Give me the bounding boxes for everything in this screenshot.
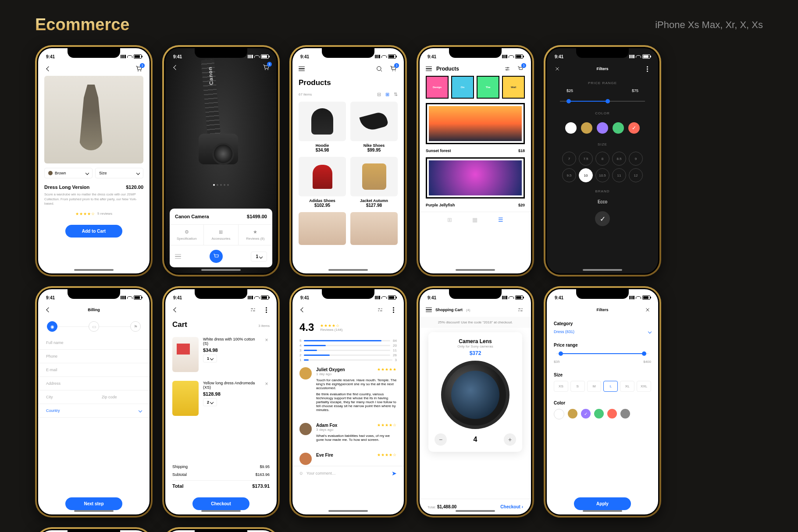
decrement-button[interactable]: − xyxy=(435,433,447,446)
filter-button[interactable] xyxy=(249,305,257,314)
layout-list-icon[interactable]: ☰ xyxy=(498,216,503,223)
cart-count: (4) xyxy=(466,308,470,312)
mockup-filters-dark: 9:41 Filters PRICE RANGE $25$75 COLOR ✓ … xyxy=(544,45,661,277)
size-options[interactable]: XSSMLXLXXL xyxy=(554,381,651,392)
product-card[interactable]: Nike Shoes$99.95 xyxy=(350,102,398,153)
cart-button[interactable]: 3 xyxy=(516,64,525,73)
product-description: Score a wardrobe win no matter the dress… xyxy=(38,192,150,207)
rating-stars: ★★★★☆ xyxy=(75,212,95,216)
cart-button[interactable]: 3 xyxy=(262,63,271,72)
product-name: Camera Lens xyxy=(435,338,516,344)
quantity-selector[interactable]: 1 xyxy=(203,355,217,362)
back-button[interactable] xyxy=(44,305,53,314)
step-confirm[interactable]: ⚑ xyxy=(130,321,141,332)
quantity-selector[interactable]: 2 xyxy=(203,398,217,406)
filter-button[interactable] xyxy=(376,305,385,314)
category-selector[interactable]: Dress (831) xyxy=(554,330,651,334)
product-card[interactable] xyxy=(426,157,525,199)
product-card[interactable] xyxy=(426,103,525,144)
camera-icon[interactable]: ⊙ xyxy=(299,471,303,475)
add-to-cart-button[interactable]: Add to Cart xyxy=(65,225,122,238)
color-options[interactable]: ✓ xyxy=(547,119,658,137)
section-price: PRICE RANGE xyxy=(547,81,658,85)
page-heading: Cart xyxy=(172,320,187,329)
step-payment[interactable]: ▭ xyxy=(89,321,99,332)
quantity-value: 4 xyxy=(474,436,477,443)
menu-button[interactable] xyxy=(426,308,432,312)
more-button[interactable] xyxy=(389,305,398,314)
comment-field[interactable]: Your comment… xyxy=(306,471,388,475)
section-brand: BRAND xyxy=(547,189,658,193)
mockup-product-detail: 9:41 3 Brown Size Dress Long Version$120… xyxy=(35,45,153,277)
section-price: Price range xyxy=(554,343,651,348)
more-button[interactable] xyxy=(643,64,652,73)
remove-item-button[interactable]: × xyxy=(264,337,270,343)
color-selector[interactable]: Brown xyxy=(44,168,93,178)
address-field[interactable]: Address xyxy=(38,377,150,390)
product-card[interactable]: Jacket Autumn$127.98 xyxy=(350,157,398,208)
back-button[interactable] xyxy=(171,305,180,314)
email-field[interactable]: E-mail xyxy=(38,363,150,377)
price-slider[interactable] xyxy=(547,93,658,106)
mockup-shopping-cart: 9:41 Shopping Cart(4) 25% discount! Use … xyxy=(417,286,534,518)
back-button[interactable] xyxy=(171,63,180,72)
layout-list-icon[interactable]: ⊟ xyxy=(377,92,381,97)
checkout-link[interactable]: Checkout › xyxy=(500,504,523,509)
filter-button[interactable] xyxy=(516,305,525,314)
quantity-selector[interactable]: 1 xyxy=(251,252,267,262)
average-rating: 4.3 xyxy=(299,321,314,333)
brand-value[interactable]: Ecco xyxy=(549,199,656,204)
close-button[interactable] xyxy=(553,64,562,73)
step-billing[interactable]: ◉ xyxy=(47,321,57,332)
color-options[interactable]: ✓ xyxy=(554,409,651,419)
layout-small-grid-icon[interactable]: ⊞ xyxy=(447,216,452,223)
menu-button[interactable] xyxy=(299,67,305,71)
svg-point-2 xyxy=(506,69,507,70)
checkout-button[interactable]: Checkout xyxy=(192,497,249,510)
back-button[interactable] xyxy=(44,64,53,73)
back-button[interactable] xyxy=(299,305,307,314)
carousel-dots[interactable] xyxy=(165,184,277,186)
phone-field[interactable]: Phone xyxy=(38,350,150,363)
next-step-button[interactable]: Next step xyxy=(65,497,122,510)
section-color: Color xyxy=(554,401,651,405)
cart-button[interactable]: 3 xyxy=(389,64,398,73)
filter-button[interactable] xyxy=(503,64,512,73)
fullname-field[interactable]: Full name xyxy=(38,336,150,350)
menu-button[interactable] xyxy=(426,67,432,71)
apply-button[interactable]: ✓ xyxy=(595,211,610,226)
size-options[interactable]: 77.588.599.51010.51112 xyxy=(547,150,658,184)
size-selector[interactable]: Size xyxy=(95,168,143,178)
checkout-steps: ◉▭⚑ xyxy=(38,317,150,336)
remove-item-button[interactable]: × xyxy=(264,381,270,387)
review-item: Eve Fire★★★★☆ xyxy=(292,448,404,466)
city-field[interactable]: City xyxy=(38,390,94,404)
subtotal-value: $163.96 xyxy=(255,472,270,477)
device-models: iPhone Xs Max, Xr, X, Xs xyxy=(655,19,763,31)
layout-grid-icon[interactable]: ⊞ xyxy=(385,92,389,97)
tab-reviews[interactable]: ★Reviews (8) xyxy=(239,225,272,245)
apply-button[interactable]: Apply xyxy=(574,497,631,510)
menu-button[interactable] xyxy=(175,254,181,259)
tab-specification[interactable]: ⚙Specification xyxy=(170,225,204,245)
cart-button[interactable]: 3 xyxy=(135,64,143,73)
layout-large-grid-icon[interactable]: ▦ xyxy=(472,216,477,223)
featured-frames[interactable]: Design On The Wall xyxy=(420,76,531,99)
zip-field[interactable]: Zip code xyxy=(94,390,150,404)
close-button[interactable] xyxy=(643,305,652,314)
svg-point-0 xyxy=(377,67,381,71)
send-button[interactable]: ➤ xyxy=(392,470,397,477)
add-to-cart-fab[interactable] xyxy=(210,250,223,263)
product-image[interactable] xyxy=(172,337,199,372)
product-image[interactable] xyxy=(172,381,199,416)
product-card[interactable]: Adidas Shoes$102.95 xyxy=(299,157,346,208)
more-button[interactable] xyxy=(262,305,271,314)
tab-accessories[interactable]: ⊞Accessories xyxy=(204,225,238,245)
filter-icon[interactable]: ⇅ xyxy=(394,92,398,97)
price-slider[interactable] xyxy=(556,351,648,356)
search-button[interactable] xyxy=(375,64,384,73)
increment-button[interactable]: + xyxy=(504,433,516,446)
shipping-value: $9.95 xyxy=(260,465,270,469)
country-selector[interactable]: Country xyxy=(38,404,150,418)
product-card[interactable]: Hoodie$34.98 xyxy=(299,102,346,153)
